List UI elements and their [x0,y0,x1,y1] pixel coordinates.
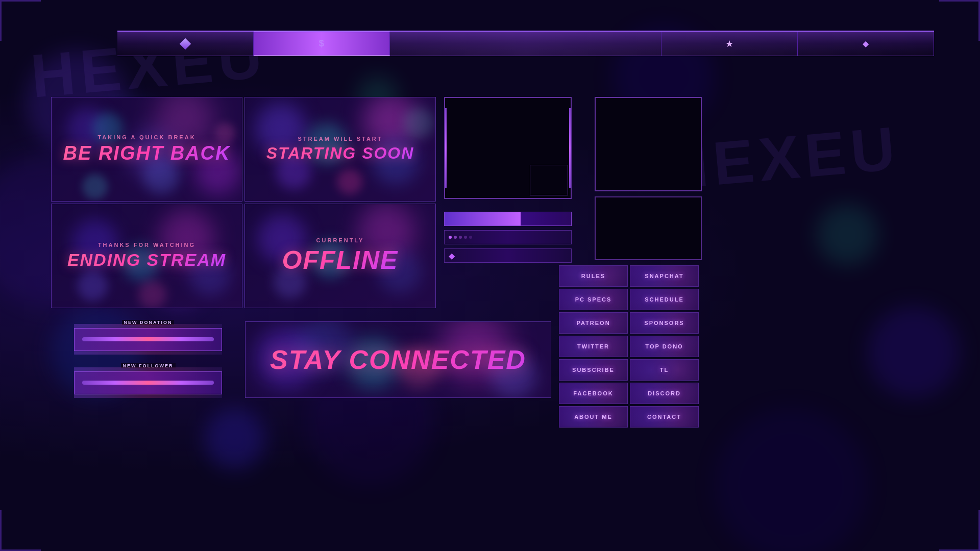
subscribe-label: SUBSCRIBE [572,367,615,373]
snapchat-label: SNAPCHAT [645,273,683,279]
discord-label: DISCORD [648,390,681,396]
top-bar-section-5: ◆ [798,32,934,56]
progress-bar [444,212,572,226]
star-icon: ★ [725,38,733,49]
arrow-icon: ◆ [449,251,455,261]
ending-stream-subtitle: THANKS FOR WATCHING [98,242,195,248]
be-right-back-panel: TAKING A QUICK BREAK BE RIGHT BACK [51,97,242,202]
snapchat-button[interactable]: SNAPCHAT [630,265,699,287]
stream-panels-grid: TAKING A QUICK BREAK BE RIGHT BACK STREA… [51,97,436,308]
top-bar-section-1 [117,32,254,56]
webcam-secondary-2-display [595,196,702,260]
contact-button[interactable]: CONTACT [630,406,699,428]
rules-label: RULES [581,273,605,279]
patreon-button[interactable]: PATREON [559,312,628,334]
top-bar-section-2: $ [254,32,390,56]
sponsors-label: SPONSORS [644,320,684,326]
stay-connected-panel: STAY CONNECTED [245,321,551,398]
social-buttons-grid: RULES SNAPCHAT PC SPECS SCHEDULE PATREON… [559,265,699,428]
starting-soon-subtitle: STREAM WILL START [298,136,382,142]
top-bar-section-4: ★ [662,32,798,56]
be-right-back-title: BE RIGHT BACK [63,142,231,164]
sponsors-button[interactable]: SPONSORS [630,312,699,334]
top-dono-label: TOP DONO [645,343,683,349]
corner-decoration-br [939,510,980,551]
webcam-main-display [444,97,572,199]
webcam-main-section [444,97,572,199]
webcam-secondary-display [595,97,702,191]
about-me-button[interactable]: ABOUT ME [559,406,628,428]
facebook-button[interactable]: FACEBOOK [559,383,628,404]
twitter-label: TWITTER [577,343,609,349]
contact-label: CONTACT [647,414,681,420]
drop-icon: ◆ [863,39,869,48]
subscribe-button[interactable]: SUBSCRIBE [559,359,628,381]
twitter-button[interactable]: TWITTER [559,336,628,357]
top-dono-button[interactable]: TOP DONO [630,336,699,357]
offline-title: OFFLINE [282,245,399,275]
stay-connected-text: STAY CONNECTED [246,322,551,397]
starting-soon-title: STARTING SOON [266,144,414,163]
offline-subtitle: CURRENTLY [316,237,364,243]
pc-specs-label: PC SPECS [575,296,612,303]
tl-button[interactable]: TL [630,359,699,381]
ending-stream-panel: THANKS FOR WATCHING ENDING STREAM [51,204,242,308]
new-follower-bar: NEW FOLLOWER [74,367,222,398]
info-bars-section: ◆ [444,212,572,263]
discord-button[interactable]: DISCORD [630,383,699,404]
notification-bars: NEW DONATION NEW FOLLOWER [74,324,222,398]
starting-soon-panel: STREAM WILL START STARTING SOON [244,97,436,202]
schedule-button[interactable]: SCHEDULE [630,289,699,310]
be-right-back-subtitle: TAKING A QUICK BREAK [97,134,195,140]
rules-button[interactable]: RULES [559,265,628,287]
schedule-label: SCHEDULE [645,296,684,303]
pc-specs-button[interactable]: PC SPECS [559,289,628,310]
ending-stream-title: ENDING STREAM [67,250,226,270]
top-bar-section-3 [390,32,662,56]
about-me-label: ABOUT ME [574,414,612,420]
dots-bar [444,230,572,244]
webcam-pip-display [530,165,568,195]
new-donation-bar: NEW DONATION [74,324,222,355]
corner-decoration-tl [0,0,41,41]
corner-decoration-tr [939,0,980,41]
top-navigation-bar: $ ★ ◆ [117,31,934,56]
tl-label: TL [660,367,669,373]
arrow-bar: ◆ [444,248,572,263]
corner-decoration-bl [0,510,41,551]
diamond-icon [180,38,191,49]
patreon-label: PATREON [576,320,610,326]
facebook-label: FACEBOOK [573,390,613,396]
dollar-icon: $ [319,38,324,49]
offline-panel: CURRENTLY OFFLINE [244,204,436,308]
